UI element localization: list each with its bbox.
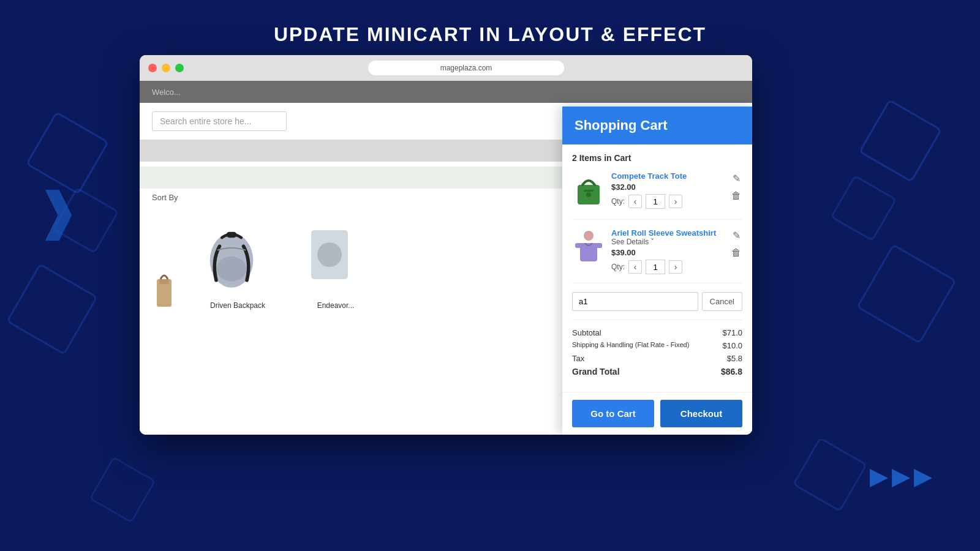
- traffic-light-red[interactable]: [148, 64, 157, 72]
- cart-count: 2 Items in Cart: [572, 153, 742, 163]
- item-2-price: $39.00: [611, 248, 722, 257]
- item-2-edit-button[interactable]: ✎: [730, 228, 742, 242]
- svg-rect-4: [227, 232, 237, 238]
- cart-header: Shopping Cart: [562, 107, 752, 144]
- product-card-endeavor: Endeavor...: [293, 212, 379, 310]
- svg-rect-1: [159, 279, 169, 284]
- driven-backpack-name: Driven Backpack: [195, 301, 281, 310]
- coupon-input[interactable]: a1: [572, 292, 698, 311]
- item-2-name[interactable]: Ariel Roll Sleeve Sweatshirt: [611, 228, 722, 238]
- brown-bag-image: [152, 267, 176, 310]
- totals-section: Subtotal $71.0 Shipping & Handling (Flat…: [572, 320, 742, 378]
- item-1-qty-input[interactable]: [646, 194, 665, 209]
- cart-body: 2 Items in Cart Compete Track Tote: [562, 144, 752, 392]
- search-input[interactable]: [152, 111, 287, 131]
- item-2-actions: ✎ 🗑: [730, 228, 742, 260]
- right-arrows-decor: ▶ ▶ ▶: [870, 464, 931, 490]
- item-1-actions: ✎ 🗑: [730, 171, 742, 203]
- item-2-see-details[interactable]: See Details ˅: [611, 238, 722, 246]
- driven-backpack-image: [195, 212, 268, 298]
- item-1-thumbnail: [572, 171, 605, 211]
- subtotal-value: $71.0: [722, 328, 742, 337]
- grand-total-value: $86.8: [721, 367, 742, 377]
- shipping-value: $10.0: [722, 341, 742, 350]
- checkout-button[interactable]: Checkout: [660, 400, 742, 427]
- left-arrows-decor: ❱: [37, 184, 78, 241]
- edge-product: [152, 212, 183, 310]
- cart-footer: Go to Cart Checkout: [562, 392, 752, 435]
- grand-total-row: Grand Total $86.8: [572, 365, 742, 378]
- item-1-qty-row: Qty: ‹ ›: [611, 194, 722, 209]
- shipping-row: Shipping & Handling (Flat Rate - Fixed) …: [572, 339, 742, 352]
- item-2-qty-input[interactable]: [646, 260, 665, 274]
- browser-window: mageplaza.com Welco... Sort By: [140, 55, 752, 435]
- store-content: Welco... Sort By: [140, 81, 752, 435]
- svg-rect-8: [584, 190, 594, 192]
- tax-row: Tax $5.8: [572, 352, 742, 365]
- sort-label: Sort By: [152, 193, 178, 202]
- page-title: UPDATE MINICART IN LAYOUT & EFFECT: [0, 23, 980, 46]
- traffic-light-yellow[interactable]: [162, 64, 170, 72]
- coupon-row: a1 Cancel: [572, 292, 742, 311]
- item-2-thumbnail: [572, 228, 605, 268]
- traffic-light-green[interactable]: [175, 64, 184, 72]
- item-1-price: $32.00: [611, 182, 722, 192]
- subtotal-label: Subtotal: [572, 328, 601, 337]
- item-1-delete-button[interactable]: 🗑: [730, 189, 742, 203]
- item-2-qty-increase[interactable]: ›: [669, 260, 682, 274]
- item-2-qty-decrease[interactable]: ‹: [628, 260, 642, 274]
- cancel-button[interactable]: Cancel: [702, 292, 742, 311]
- svg-rect-12: [575, 243, 582, 248]
- endeavor-name: Endeavor...: [293, 301, 379, 310]
- shipping-label: Shipping & Handling (Flat Rate - Fixed): [572, 341, 689, 350]
- cart-title: Shopping Cart: [575, 118, 668, 133]
- browser-chrome: mageplaza.com: [140, 55, 752, 81]
- welcome-bar: Welco...: [140, 81, 752, 103]
- subtotal-row: Subtotal $71.0: [572, 326, 742, 339]
- item-1-qty-increase[interactable]: ›: [669, 195, 682, 208]
- cart-item-2: Ariel Roll Sleeve Sweatshirt See Details…: [572, 228, 742, 283]
- item-1-qty-label: Qty:: [611, 197, 625, 206]
- item-2-details: Ariel Roll Sleeve Sweatshirt See Details…: [611, 228, 722, 274]
- item-2-delete-button[interactable]: 🗑: [730, 246, 742, 260]
- address-bar[interactable]: mageplaza.com: [368, 61, 564, 75]
- shopping-cart-panel: Shopping Cart 2 Items in Cart: [562, 107, 752, 435]
- go-to-cart-button[interactable]: Go to Cart: [572, 400, 654, 427]
- svg-point-9: [586, 192, 591, 197]
- tax-label: Tax: [572, 354, 584, 363]
- product-card-driven-backpack: Driven Backpack: [195, 212, 281, 310]
- svg-rect-13: [595, 243, 602, 248]
- item-2-qty-row: Qty: ‹ ›: [611, 260, 722, 274]
- item-1-edit-button[interactable]: ✎: [730, 171, 742, 186]
- tax-value: $5.8: [727, 354, 742, 363]
- cart-item-1: Compete Track Tote $32.00 Qty: ‹ › ✎ 🗑: [572, 171, 742, 220]
- svg-point-3: [217, 257, 246, 282]
- item-2-qty-label: Qty:: [611, 263, 625, 271]
- grand-total-label: Grand Total: [572, 367, 620, 377]
- address-text: mageplaza.com: [440, 64, 492, 72]
- svg-point-10: [584, 231, 594, 241]
- item-1-qty-decrease[interactable]: ‹: [628, 195, 642, 208]
- item-1-details: Compete Track Tote $32.00 Qty: ‹ ›: [611, 171, 722, 209]
- svg-point-6: [317, 242, 342, 267]
- item-1-name[interactable]: Compete Track Tote: [611, 171, 722, 181]
- welcome-text: Welco...: [152, 88, 181, 97]
- endeavor-image: [293, 212, 366, 298]
